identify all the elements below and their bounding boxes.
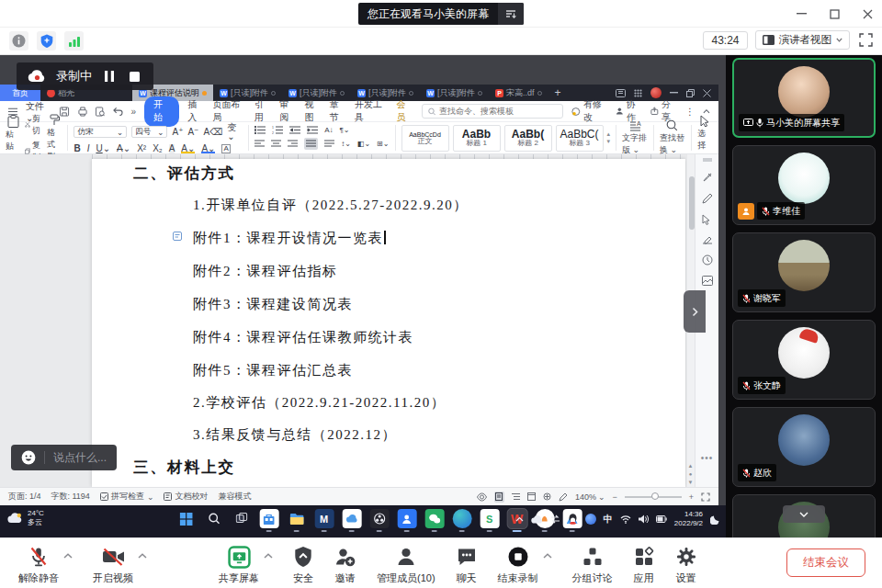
- account-avatar[interactable]: [650, 87, 662, 98]
- zoom-level[interactable]: 140% ⌄: [575, 492, 605, 502]
- participant-tile[interactable]: 赵欣: [732, 407, 876, 487]
- distribute-icon[interactable]: [324, 140, 334, 148]
- style-heading3[interactable]: AaBbC( 标题 3: [556, 125, 604, 152]
- wps-minimize-icon[interactable]: [670, 92, 678, 94]
- shading-icon[interactable]: ◧⌄: [357, 141, 370, 148]
- tray-feishu-icon[interactable]: [585, 514, 596, 525]
- wifi-icon[interactable]: [620, 515, 631, 524]
- scrollbar-thumb[interactable]: [689, 176, 695, 230]
- style-heading2[interactable]: AaBb( 标题 2: [504, 125, 552, 152]
- next-page-button[interactable]: ▼: [688, 480, 694, 485]
- taskbar-taskview-button[interactable]: [232, 509, 252, 533]
- tray-qq-icon[interactable]: [568, 514, 578, 525]
- manage-members-button[interactable]: 管理成员(10): [377, 545, 435, 585]
- zoom-slider-thumb[interactable]: [651, 492, 659, 500]
- char-shading-button[interactable]: A: [169, 144, 175, 153]
- clear-format-icon[interactable]: A⌫: [203, 128, 222, 137]
- apps-grid-icon[interactable]: [634, 89, 642, 97]
- taskbar-explorer-app[interactable]: [287, 509, 307, 533]
- emoji-icon[interactable]: [21, 450, 36, 465]
- quick-tools-icon[interactable]: [702, 172, 713, 183]
- undo-icon[interactable]: [113, 107, 123, 116]
- document-canvas[interactable]: 二、评估方式 1.开课单位自评（2022.5.27-2022.9.20） 附件1…: [0, 154, 718, 487]
- italic-button[interactable]: I: [87, 144, 90, 153]
- taskbar-meeting-app[interactable]: [397, 509, 417, 533]
- video-options-caret[interactable]: [138, 553, 147, 559]
- cut-button[interactable]: 剪切: [25, 113, 43, 137]
- outline-view-button[interactable]: [512, 492, 520, 501]
- ribbon-tab-section[interactable]: 章节: [330, 98, 346, 124]
- margin-marker-icon[interactable]: [173, 232, 182, 241]
- expand-panel-handle[interactable]: [684, 290, 706, 333]
- decrease-indent-icon[interactable]: [289, 126, 300, 134]
- tray-sync-icon[interactable]: [550, 514, 560, 524]
- ribbon-tab-review[interactable]: 审阅: [279, 98, 296, 124]
- wps-close-icon[interactable]: [703, 89, 711, 97]
- ribbon-tab-layout[interactable]: 页面布局: [213, 98, 247, 124]
- strip-more-icon[interactable]: •••: [701, 453, 714, 463]
- bold-button[interactable]: B: [74, 144, 80, 153]
- print-icon[interactable]: [78, 107, 87, 117]
- highlight-color-button[interactable]: A⌄: [181, 144, 195, 153]
- tools-icon[interactable]: [543, 492, 551, 501]
- maximize-button[interactable]: [829, 8, 840, 19]
- apps-button[interactable]: 应用: [633, 545, 655, 585]
- workspace-icon[interactable]: [616, 89, 626, 97]
- taskbar-store-app[interactable]: [259, 509, 279, 533]
- chat-input-placeholder[interactable]: 说点什么...: [53, 450, 107, 466]
- tray-cloud-icon[interactable]: [531, 515, 543, 524]
- highlighter-icon[interactable]: [702, 235, 713, 244]
- select-browse-object-button[interactable]: ●: [689, 471, 693, 477]
- taskbar-search-button[interactable]: [204, 509, 224, 533]
- history-icon[interactable]: [702, 254, 713, 266]
- underline-button[interactable]: U⌄: [96, 144, 110, 153]
- align-right-icon[interactable]: [288, 140, 298, 148]
- more-commands-icon[interactable]: »: [131, 107, 137, 117]
- web-view-button[interactable]: [527, 492, 536, 501]
- taskbar-wechat-app[interactable]: [424, 509, 445, 533]
- tray-expand-icon[interactable]: [515, 516, 524, 522]
- doc-tab-readonly-4[interactable]: W[只读]附件: [420, 85, 489, 101]
- close-button[interactable]: [862, 8, 873, 19]
- breakout-rooms-button[interactable]: 分组讨论: [572, 545, 613, 585]
- increase-indent-icon[interactable]: [307, 126, 318, 134]
- ribbon-tab-vip[interactable]: 会员: [397, 98, 413, 124]
- align-center-icon[interactable]: [271, 140, 281, 148]
- subscript-button[interactable]: X₂: [153, 144, 163, 153]
- record-options-caret[interactable]: [543, 553, 552, 559]
- close-tab-icon[interactable]: [340, 91, 345, 96]
- meeting-security-icon[interactable]: [37, 31, 56, 51]
- pen-icon[interactable]: [702, 193, 713, 204]
- stop-recording-footer-button[interactable]: 结束录制: [498, 545, 538, 585]
- audio-options-caret[interactable]: [63, 553, 73, 559]
- font-size-select[interactable]: 四号⌄: [131, 126, 167, 138]
- stop-recording-button[interactable]: [127, 69, 142, 85]
- doc-tab-pdf[interactable]: P宋高..df: [489, 85, 548, 101]
- close-tab-icon[interactable]: [409, 91, 413, 96]
- print-layout-view-button[interactable]: [494, 492, 504, 503]
- pause-recording-button[interactable]: [102, 68, 117, 85]
- taskbar-mail-app[interactable]: M: [314, 509, 334, 533]
- zoom-slider[interactable]: [625, 496, 682, 498]
- font-color-button[interactable]: A⌄: [201, 144, 215, 153]
- fullscreen-button[interactable]: [857, 31, 875, 49]
- taskbar-obs-app[interactable]: [369, 509, 390, 533]
- line-spacing-icon[interactable]: ↕⌄: [341, 141, 351, 148]
- sort-icon[interactable]: A↓: [324, 127, 333, 134]
- numbered-list-icon[interactable]: 12: [272, 126, 283, 134]
- edit-mode-icon[interactable]: [559, 492, 568, 502]
- superscript-button[interactable]: X²: [137, 144, 146, 153]
- close-tab-icon[interactable]: [478, 91, 482, 96]
- fit-page-icon[interactable]: [701, 492, 710, 502]
- minimize-button[interactable]: [796, 8, 807, 19]
- image-tool-icon[interactable]: [702, 276, 713, 286]
- weather-widget[interactable]: 24°C多云: [7, 509, 44, 527]
- prev-page-button[interactable]: ▲: [688, 463, 694, 469]
- meeting-info-icon[interactable]: [9, 31, 28, 51]
- justify-button[interactable]: [304, 138, 318, 150]
- char-border-button[interactable]: A: [221, 144, 230, 153]
- taskbar-start-button[interactable]: [176, 509, 197, 533]
- more-menu-icon[interactable]: ⋮: [685, 107, 695, 117]
- select-tool-icon[interactable]: [702, 214, 712, 225]
- ribbon-tab-insert[interactable]: 插入: [187, 98, 204, 124]
